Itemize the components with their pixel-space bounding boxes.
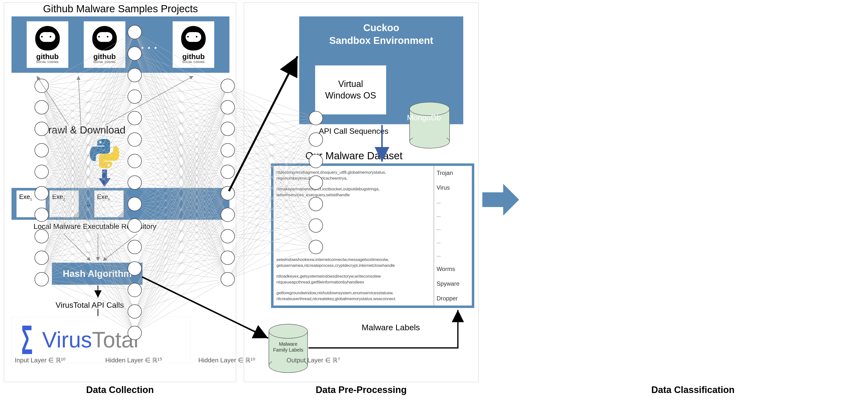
svg-point-372 (35, 122, 49, 136)
svg-point-371 (35, 100, 49, 114)
cuckoo-title-l2: Sandbox Environment (329, 35, 433, 46)
panel1-title: Data Collection (4, 385, 236, 395)
dataset-label-row: ... (437, 199, 469, 204)
svg-point-405 (309, 111, 323, 125)
svg-line-364 (228, 140, 316, 279)
svg-line-365 (228, 161, 316, 279)
svg-line-368 (228, 225, 316, 279)
svg-line-328 (228, 118, 316, 172)
svg-point-397 (221, 122, 235, 136)
svg-point-410 (309, 219, 323, 232)
svg-line-363 (228, 118, 316, 279)
svg-point-403 (221, 251, 235, 265)
mongodb-cylinder-icon (409, 102, 450, 148)
dataset-label-row: ... (437, 212, 469, 218)
svg-point-408 (309, 176, 323, 190)
hidden-layer-2-label: Hidden Layer ∈ ℝ¹⁰ (198, 356, 255, 364)
svg-point-381 (128, 47, 142, 60)
neural-network-diagram (5, 7, 336, 365)
svg-line-300 (228, 86, 316, 118)
svg-line-342 (228, 118, 316, 215)
dataset-label-row: Spyware (437, 280, 469, 287)
svg-point-375 (35, 186, 49, 200)
svg-point-395 (221, 79, 235, 93)
svg-point-392 (128, 283, 142, 297)
svg-point-398 (221, 143, 235, 157)
dataset-label-row: ... (437, 252, 469, 258)
svg-line-307 (228, 107, 316, 118)
cuckoo-title-l1: Cuckoo (363, 22, 399, 33)
hidden-layer-1-label: Hidden Layer ∈ ℝ¹⁵ (105, 356, 162, 364)
svg-point-391 (128, 262, 142, 276)
svg-point-402 (221, 229, 235, 243)
malware-labels-arrow-label: Malware Labels (362, 323, 420, 332)
svg-point-385 (128, 133, 142, 146)
svg-line-366 (228, 182, 316, 279)
svg-line-349 (228, 118, 316, 236)
svg-point-380 (128, 25, 142, 39)
svg-point-386 (128, 154, 142, 168)
svg-line-314 (228, 118, 316, 129)
svg-point-387 (128, 176, 142, 190)
svg-line-335 (228, 118, 316, 193)
dataset-label-row: ... (437, 239, 469, 244)
dataset-label-row: Worms (437, 266, 469, 272)
svg-point-377 (35, 229, 49, 243)
svg-point-399 (221, 165, 235, 179)
svg-point-373 (35, 143, 49, 157)
svg-line-367 (228, 204, 316, 279)
dataset-label-row: Dropper (437, 295, 469, 302)
svg-point-400 (221, 186, 235, 200)
input-layer-label: Input Layer ∈ ℝ¹⁰ (15, 356, 65, 364)
svg-point-388 (128, 197, 142, 211)
svg-point-378 (35, 251, 49, 265)
data-classification-panel: Input Layer ∈ ℝ¹⁰ Hidden Layer ∈ ℝ¹⁵ Hid… (0, 0, 340, 380)
panel3-title: Data Classification (523, 385, 863, 395)
svg-line-356 (228, 118, 316, 258)
svg-point-411 (309, 240, 323, 254)
output-layer-label: Output Layer ∈ ℝ⁷ (286, 356, 340, 364)
svg-point-406 (309, 133, 323, 146)
dataset-label-row: Virus (437, 184, 469, 191)
dataset-label-row: ... (437, 226, 469, 231)
svg-line-321 (228, 118, 316, 150)
svg-point-409 (309, 197, 323, 211)
svg-point-370 (35, 79, 49, 93)
svg-point-379 (35, 272, 49, 286)
big-arrow-right-icon (483, 184, 519, 215)
svg-point-401 (221, 208, 235, 222)
svg-point-394 (128, 326, 142, 340)
dataset-label-row: Trojan (437, 170, 469, 176)
svg-point-389 (128, 219, 142, 232)
svg-point-374 (35, 165, 49, 179)
svg-point-383 (128, 90, 142, 104)
vwin-l1: Virtual (338, 79, 363, 89)
panel2-title: Data Pre-Processing (244, 385, 479, 395)
svg-point-390 (128, 240, 142, 254)
svg-point-382 (128, 68, 142, 82)
svg-point-396 (221, 100, 235, 114)
dataset-labels-column: TrojanVirus...............WormsSpywareDr… (434, 166, 472, 306)
svg-point-376 (35, 208, 49, 222)
svg-point-384 (128, 111, 142, 125)
svg-line-369 (228, 247, 316, 279)
svg-point-407 (309, 154, 323, 168)
svg-point-393 (128, 305, 142, 318)
svg-point-404 (221, 272, 235, 286)
mongodb-label: MongoDb (407, 113, 441, 122)
